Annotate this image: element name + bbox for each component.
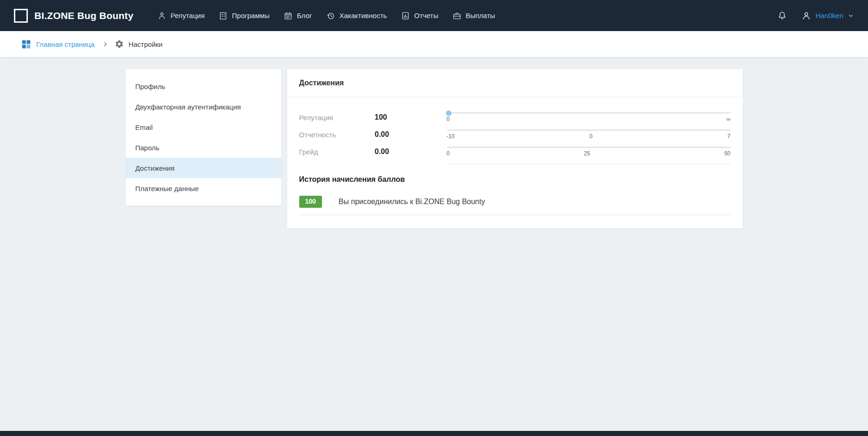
reporting-scale-slider: -10 0 7 [447, 129, 731, 140]
nav-item-label: Хакактивность [340, 12, 387, 19]
breadcrumb: Главная страница Настройки [0, 31, 868, 57]
metric-row-reporting: Отчетность 0.00 -10 0 7 [299, 129, 731, 140]
page: BI.ZONE Bug Bounty Репутация Программы Б… [0, 0, 868, 436]
user-name: Han0ken [816, 12, 843, 19]
sidebar-item-label: Платежные данные [135, 185, 199, 192]
settings-sidebar: Профиль Двухфакторная аутентификация Ema… [126, 69, 281, 205]
slider-handle [446, 110, 451, 116]
sidebar-item-achievements[interactable]: Достижения [126, 158, 281, 178]
sidebar-item-label: Email [135, 123, 153, 131]
dashboard-grid-icon [21, 39, 31, 49]
activity-icon [326, 11, 335, 20]
chevron-down-icon [848, 13, 854, 19]
sidebar-item-label: Профиль [135, 83, 166, 90]
history-section: История начисления баллов 100 Вы присоед… [287, 164, 743, 228]
slider-track [447, 129, 731, 131]
metric-value: 100 [375, 113, 447, 122]
nav-item-label: Программы [232, 12, 270, 19]
metric-label: Репутация [299, 114, 375, 122]
history-title: История начисления баллов [299, 175, 731, 184]
nav-item-activity[interactable]: Хакактивность [319, 6, 394, 25]
points-badge: 100 [299, 196, 322, 208]
sidebar-item-email[interactable]: Email [126, 117, 281, 137]
programs-icon [219, 11, 228, 20]
brand-title: BI.ZONE Bug Bounty [34, 10, 134, 21]
nav-item-label: Репутация [171, 12, 205, 19]
metric-value: 0.00 [375, 147, 447, 156]
sidebar-item-label: Достижения [135, 164, 175, 172]
breadcrumb-current-label: Настройки [129, 40, 163, 48]
notifications-bell-icon[interactable] [777, 11, 787, 21]
slider-scale: -10 0 7 [447, 133, 731, 140]
nav-item-label: Выплаты [466, 12, 495, 19]
reputation-icon [157, 11, 167, 20]
scale-mid: 0 [589, 133, 592, 140]
achievements-panel: Достижения Репутация 100 0 ∞ [287, 69, 743, 228]
scale-max: ∞ [727, 116, 731, 122]
breadcrumb-current: Настройки [115, 39, 163, 49]
metric-label: Отчетность [299, 131, 375, 139]
nav-item-label: Блог [297, 12, 312, 19]
scale-min: -10 [447, 133, 455, 140]
nav-item-blog[interactable]: Блог [276, 6, 319, 25]
main-nav: Репутация Программы Блог Хакактивность [150, 6, 502, 25]
user-menu[interactable]: Han0ken [801, 11, 854, 21]
user-avatar-icon [801, 11, 811, 21]
metric-row-grade: Грейд 0.00 0 25 50 [299, 147, 731, 157]
breadcrumb-home-label: Главная страница [36, 40, 95, 48]
payouts-icon [452, 11, 462, 20]
slider-scale: 0 25 50 [447, 150, 731, 157]
sidebar-item-payment-details[interactable]: Платежные данные [126, 178, 281, 199]
reports-icon [401, 11, 410, 20]
sidebar-item-password[interactable]: Пароль [126, 137, 281, 158]
metric-row-reputation: Репутация 100 0 ∞ [299, 112, 731, 122]
brand-logo[interactable]: BI.ZONE Bug Bounty [14, 9, 134, 23]
footer-strip [0, 431, 868, 436]
breadcrumb-separator-icon [102, 42, 107, 46]
sidebar-item-label: Пароль [135, 144, 160, 152]
nav-item-reports[interactable]: Отчеты [394, 6, 445, 25]
panel-title: Достижения [287, 69, 743, 97]
history-text: Вы присоединились к Bi.ZONE Bug Bounty [339, 198, 485, 206]
sidebar-item-two-factor[interactable]: Двухфакторная аутентификация [126, 96, 281, 117]
slider-track [447, 112, 731, 114]
scale-max: 7 [727, 133, 731, 140]
nav-item-reputation[interactable]: Репутация [150, 6, 212, 25]
main-content: Профиль Двухфакторная аутентификация Ema… [0, 57, 868, 240]
metric-value: 0.00 [375, 130, 447, 139]
slider-scale: 0 ∞ [447, 116, 731, 122]
scale-max: 50 [724, 150, 730, 157]
scale-mid: 25 [584, 150, 590, 157]
nav-item-label: Отчеты [414, 12, 438, 19]
nav-item-payouts[interactable]: Выплаты [445, 6, 502, 25]
gear-icon [115, 39, 124, 49]
sidebar-item-profile[interactable]: Профиль [126, 76, 281, 96]
reputation-scale-slider: 0 ∞ [447, 112, 731, 122]
breadcrumb-home-link[interactable]: Главная страница [21, 39, 95, 49]
scale-min: 0 [447, 150, 450, 157]
scale-min: 0 [447, 116, 450, 122]
blog-icon [283, 11, 293, 20]
nav-item-programs[interactable]: Программы [212, 6, 276, 25]
slider-track [447, 147, 731, 148]
top-navbar: BI.ZONE Bug Bounty Репутация Программы Б… [0, 0, 868, 31]
grade-scale-slider: 0 25 50 [447, 147, 731, 157]
metrics-section: Репутация 100 0 ∞ [287, 97, 743, 164]
metric-label: Грейд [299, 148, 375, 156]
sidebar-item-label: Двухфакторная аутентификация [135, 103, 241, 111]
navbar-right: Han0ken [777, 11, 854, 21]
history-row: 100 Вы присоединились к Bi.ZONE Bug Boun… [299, 196, 731, 215]
bizone-logo-icon [14, 9, 28, 23]
